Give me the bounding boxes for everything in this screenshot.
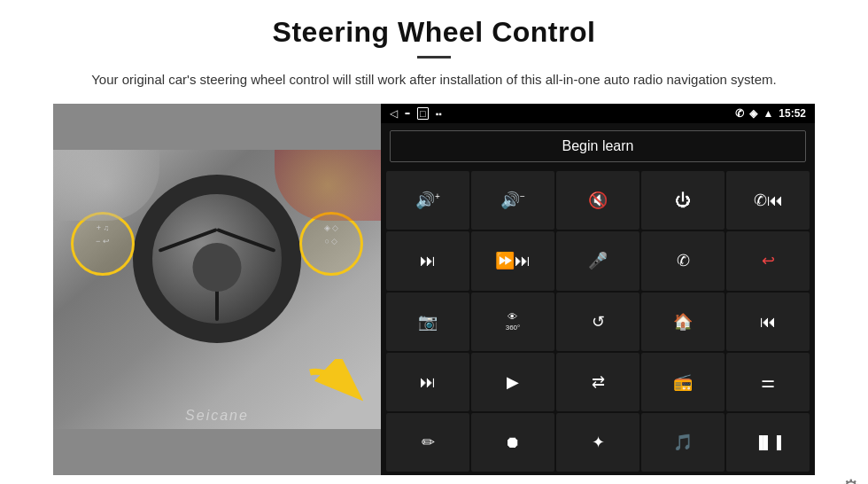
record-button[interactable]: ⏺ xyxy=(471,413,554,472)
skip-back-button[interactable]: ⏮ xyxy=(726,293,810,351)
camera-icon: 📷 xyxy=(418,314,438,330)
spectrum-button[interactable]: ▐▌▐ xyxy=(726,413,810,472)
skip-back-icon: ⏮ xyxy=(760,314,776,330)
clock: 15:52 xyxy=(779,107,806,120)
page: Steering Wheel Control Your original car… xyxy=(0,0,868,484)
steering-wheel-image: + ♫− ↩ ◈ ◇○ ◇ xyxy=(53,104,381,475)
vol-down-icon: 🔊− xyxy=(500,192,525,208)
mute-button[interactable]: 🔇 xyxy=(556,171,639,230)
fast-forward-button[interactable]: ⏭ xyxy=(386,353,469,411)
360-icon: 👁360° xyxy=(506,312,521,332)
controls-grid: 🔊+ 🔊− 🔇 ⏻ ✆⏮ ⏭ ⏩⏭ xyxy=(381,169,815,475)
bluetooth-button[interactable]: ✦ xyxy=(556,413,639,472)
location-icon: ◈ xyxy=(749,107,757,120)
recent-icon: □ xyxy=(417,107,429,120)
vol-up-button[interactable]: 🔊+ xyxy=(386,171,469,230)
switch-icon: ⇄ xyxy=(592,374,605,390)
power-button[interactable]: ⏻ xyxy=(641,171,725,230)
status-left: ◁ □ ▪▪ xyxy=(390,107,442,120)
navigate-icon: ▶ xyxy=(507,374,519,390)
hangup-button[interactable]: ↩ xyxy=(726,231,810,290)
spectrum-icon: ▐▌▐ xyxy=(755,436,781,449)
vol-down-button[interactable]: 🔊− xyxy=(471,171,554,230)
hangup-icon: ↩ xyxy=(762,253,775,269)
page-title: Steering Wheel Control xyxy=(273,16,596,49)
mute-icon: 🔇 xyxy=(588,192,608,208)
phone-status-icon: ✆ xyxy=(735,107,744,120)
bluetooth-icon: ✦ xyxy=(592,434,605,450)
back-button[interactable]: ↺ xyxy=(556,293,639,351)
radio-icon: 📻 xyxy=(673,374,693,390)
next-button[interactable]: ⏭ xyxy=(386,231,469,290)
wifi-icon: ▲ xyxy=(763,107,773,120)
content-row: + ♫− ↩ ◈ ◇○ ◇ xyxy=(53,104,815,475)
navigate-button[interactable]: ▶ xyxy=(471,353,554,411)
radio-button[interactable]: 📻 xyxy=(641,353,725,411)
begin-learn-button[interactable]: Begin learn xyxy=(390,130,806,162)
vol-up-icon: 🔊+ xyxy=(415,192,440,208)
phone-icon: ✆ xyxy=(677,253,690,269)
seicane-watermark: Seicane xyxy=(185,408,249,424)
home-icon xyxy=(405,113,410,114)
highlight-circle-right: ◈ ◇○ ◇ xyxy=(299,212,363,276)
mic-icon: 🎤 xyxy=(588,253,608,269)
sw-photo-bg: + ♫− ↩ ◈ ◇○ ◇ xyxy=(53,150,381,429)
music-button[interactable]: 🎵 xyxy=(641,413,725,472)
seek-icon: ⏩⏭ xyxy=(495,253,531,269)
status-right: ✆ ◈ ▲ 15:52 xyxy=(735,107,806,120)
equalizer-button[interactable]: ⚌ xyxy=(726,353,810,411)
status-bar: ◁ □ ▪▪ ✆ ◈ ▲ 15:52 xyxy=(381,104,815,123)
next-icon: ⏭ xyxy=(420,253,436,269)
switch-button[interactable]: ⇄ xyxy=(556,353,639,411)
fast-forward-icon: ⏭ xyxy=(420,374,436,390)
home-icon: 🏠 xyxy=(673,314,693,330)
highlight-circle-left: + ♫− ↩ xyxy=(71,212,135,276)
back-nav-icon: ↺ xyxy=(592,314,605,330)
title-divider xyxy=(417,56,451,59)
subtitle: Your original car's steering wheel contr… xyxy=(91,69,777,90)
begin-learn-row: Begin learn xyxy=(381,123,815,169)
prev-track-icon: ✆⏮ xyxy=(754,192,783,208)
back-icon: ◁ xyxy=(390,107,398,120)
seek-button[interactable]: ⏩⏭ xyxy=(471,231,554,290)
edit-icon: ✏ xyxy=(422,434,435,450)
signal-icon: ▪▪ xyxy=(436,109,442,119)
home-button[interactable]: 🏠 xyxy=(641,293,725,351)
prev-track-button[interactable]: ✆⏮ xyxy=(726,171,810,230)
camera-button[interactable]: 📷 xyxy=(386,293,469,351)
edit-button[interactable]: ✏ xyxy=(386,413,469,472)
music-icon: 🎵 xyxy=(673,434,693,450)
mic-button[interactable]: 🎤 xyxy=(556,231,639,290)
record-icon: ⏺ xyxy=(505,434,521,450)
phone-button[interactable]: ✆ xyxy=(641,231,725,290)
arrow-indicator xyxy=(306,359,368,407)
android-panel: ◁ □ ▪▪ ✆ ◈ ▲ 15:52 Begin learn xyxy=(381,104,815,475)
equalizer-icon: ⚌ xyxy=(761,374,775,390)
gear-icon[interactable]: ⚙ xyxy=(841,475,861,484)
360-button[interactable]: 👁360° xyxy=(471,293,554,351)
power-icon: ⏻ xyxy=(675,192,691,208)
sw-hub xyxy=(193,243,242,292)
